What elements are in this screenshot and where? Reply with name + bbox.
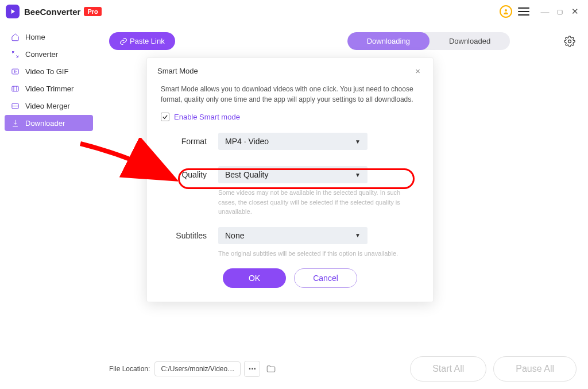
format-select[interactable]: MP4 · Video ▼ — [218, 133, 368, 150]
subtitles-select[interactable]: None ▼ — [218, 227, 368, 244]
format-label: Format — [161, 137, 207, 146]
open-folder-icon[interactable] — [266, 364, 276, 374]
svg-point-5 — [568, 40, 571, 43]
menu-icon[interactable] — [518, 5, 529, 18]
caret-down-icon: ▼ — [355, 172, 361, 178]
trimmer-icon — [10, 84, 20, 93]
app-name: BeeConverter — [24, 7, 80, 17]
sidebar-item-video-to-gif[interactable]: Video To GIF — [5, 63, 93, 79]
subtitles-value: None — [225, 231, 244, 240]
paste-link-label: Paste Link — [130, 37, 165, 45]
quality-select[interactable]: Best Quality ▼ — [218, 166, 368, 183]
segment-control: Downloading Downloaded — [347, 32, 510, 50]
svg-rect-2 — [11, 69, 18, 74]
modal-description: Smart Mode allows you to download videos… — [161, 84, 419, 105]
sidebar-item-downloader[interactable]: Downloader — [5, 115, 93, 131]
settings-icon[interactable] — [563, 34, 577, 48]
sidebar: Home Converter Video To GIF Video Trimme… — [0, 23, 98, 138]
downloader-icon — [10, 118, 20, 128]
tab-downloaded[interactable]: Downloaded — [430, 32, 510, 50]
pause-all-button[interactable]: Pause All — [493, 356, 577, 382]
ok-button[interactable]: OK — [223, 268, 286, 288]
sidebar-item-home[interactable]: Home — [5, 29, 93, 45]
sidebar-item-label: Home — [25, 33, 45, 41]
caret-down-icon: ▼ — [355, 138, 361, 145]
maximize-button[interactable]: ▢ — [552, 8, 567, 16]
sidebar-item-label: Video Trimmer — [25, 84, 74, 93]
start-all-button[interactable]: Start All — [410, 356, 486, 382]
sidebar-item-label: Video To GIF — [25, 67, 68, 76]
sidebar-item-converter[interactable]: Converter — [5, 46, 93, 62]
svg-rect-3 — [11, 86, 18, 91]
footer: File Location: C:/Users/moniz/Videos/Bee… — [98, 349, 588, 389]
svg-point-1 — [505, 9, 507, 11]
titlebar: BeeConverter Pro — ▢ ✕ — [0, 0, 588, 23]
sidebar-item-video-merger[interactable]: Video Merger — [5, 98, 93, 114]
modal-header: Smart Mode × — [147, 58, 433, 82]
svg-marker-0 — [11, 9, 15, 14]
enable-smart-mode-label: Enable Smart mode — [174, 113, 240, 121]
modal-close-button[interactable]: × — [413, 66, 423, 76]
tab-downloading[interactable]: Downloading — [347, 32, 430, 50]
file-location-label: File Location: — [109, 365, 150, 373]
close-button[interactable]: ✕ — [567, 6, 582, 17]
format-value: MP4 · Video — [225, 137, 269, 146]
user-icon[interactable] — [500, 5, 512, 18]
quality-value: Best Quality — [225, 170, 268, 179]
topbar: Paste Link Downloading Downloaded — [109, 32, 577, 50]
minimize-button[interactable]: — — [537, 7, 552, 17]
sidebar-item-video-trimmer[interactable]: Video Trimmer — [5, 80, 93, 97]
modal-title: Smart Mode — [157, 67, 198, 75]
quality-hint: Some videos may not be available in the … — [218, 188, 419, 217]
pro-badge: Pro — [84, 7, 101, 16]
merger-icon — [10, 101, 20, 110]
converter-icon — [10, 49, 20, 59]
file-location-input[interactable]: C:/Users/moniz/Videos/BeeConverter — [154, 361, 241, 376]
gif-icon — [10, 67, 20, 76]
cancel-button[interactable]: Cancel — [294, 268, 357, 288]
sidebar-item-label: Converter — [25, 50, 58, 59]
browse-button[interactable]: ··· — [244, 361, 260, 377]
caret-down-icon: ▼ — [355, 232, 361, 238]
home-icon — [10, 32, 20, 41]
subtitles-label: Subtitles — [161, 231, 207, 240]
sidebar-item-label: Downloader — [25, 119, 65, 128]
app-logo-icon — [6, 5, 20, 18]
subtitles-hint: The original subtitles will be selected … — [218, 249, 419, 259]
paste-link-button[interactable]: Paste Link — [109, 32, 175, 50]
enable-smart-mode-checkbox[interactable] — [161, 113, 169, 121]
sidebar-item-label: Video Merger — [25, 102, 70, 110]
smart-mode-modal: Smart Mode × Smart Mode allows you to do… — [146, 57, 434, 302]
quality-label: Quality — [161, 170, 207, 179]
